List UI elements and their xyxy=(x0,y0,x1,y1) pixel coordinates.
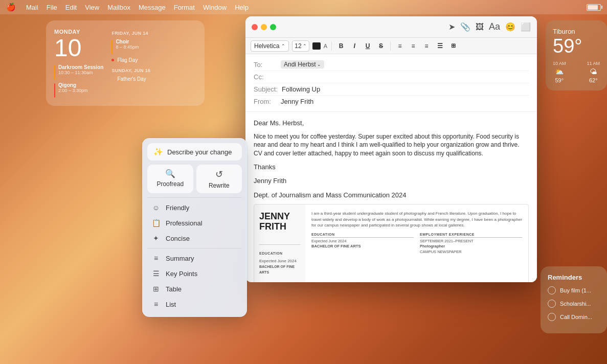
battery-icon xyxy=(587,4,601,11)
body-paragraph: Nice to meet you for coffee yesterday. S… xyxy=(254,132,529,158)
friendly-menu-item[interactable]: ☺ Friendly xyxy=(147,200,242,215)
describe-change-button[interactable]: ✨ Describe your change xyxy=(147,143,242,161)
mail-window: ➤ 📎 🖼 Aa 😊 ⬜ Helvetica ⌃ 12 ⌃ A B I U S … xyxy=(245,16,537,282)
align-right-icon[interactable]: ≡ xyxy=(421,41,432,51)
reminder-circle-icon xyxy=(548,286,556,294)
font-color-picker[interactable] xyxy=(312,42,321,50)
writing-tools-divider xyxy=(147,197,242,198)
proofread-icon: 🔍 xyxy=(165,169,175,178)
align-left-icon[interactable]: ≡ xyxy=(395,41,405,51)
emoji-icon[interactable]: 😊 xyxy=(505,22,515,32)
mail-toolbar: ➤ 📎 🖼 Aa 😊 ⬜ xyxy=(245,16,537,38)
menubar-file[interactable]: File xyxy=(47,4,57,11)
highlight-icon[interactable]: A xyxy=(324,43,327,49)
list-menu-item[interactable]: ≡ List xyxy=(147,297,242,312)
menubar-format[interactable]: Format xyxy=(174,4,195,11)
font-size-value: 12 xyxy=(295,42,301,50)
menubar-mailbox[interactable]: Mailbox xyxy=(107,4,130,11)
local-event-2-time: 2:00 – 3:30pm xyxy=(58,88,88,93)
send-icon[interactable]: ➤ xyxy=(448,22,455,32)
key-points-icon: ☰ xyxy=(151,269,161,278)
menubar-message[interactable]: Message xyxy=(139,4,166,11)
resume-attachment: JENNYFRITH EDUCATION Expected June 2024 … xyxy=(254,204,529,282)
insert-icon[interactable]: ⬜ xyxy=(521,22,531,32)
key-points-menu-item[interactable]: ☰ Key Points xyxy=(147,266,242,281)
reminders-widget: Reminders Buy film (1... Scholarshi... C… xyxy=(541,266,607,333)
summary-label: Summary xyxy=(166,255,194,262)
key-points-label: Key Points xyxy=(166,270,197,278)
friendly-icon: ☺ xyxy=(151,203,161,212)
bold-button[interactable]: B xyxy=(336,41,346,51)
photo-icon[interactable]: 🖼 xyxy=(476,22,484,32)
menubar-mail[interactable]: Mail xyxy=(26,4,38,11)
menubar-help[interactable]: Help xyxy=(235,4,249,11)
indent-icon[interactable]: ⊞ xyxy=(448,41,458,51)
concise-menu-item[interactable]: ✦ Concise xyxy=(147,231,242,246)
fullscreen-button[interactable] xyxy=(270,24,276,30)
to-recipient-chip[interactable]: Andi Herbst ⌄ xyxy=(281,60,324,69)
concise-label: Concise xyxy=(166,235,190,242)
mail-header: To: Andi Herbst ⌄ Cc: Subject: Following… xyxy=(245,54,537,112)
concise-icon: ✦ xyxy=(151,234,161,242)
strikethrough-button[interactable]: S xyxy=(376,41,386,51)
font-size-selector[interactable]: 12 ⌃ xyxy=(292,40,309,52)
menubar-window[interactable]: Window xyxy=(203,4,227,11)
table-label: Table xyxy=(166,285,182,293)
weather-hour-1-label: 10 AM xyxy=(553,61,566,66)
cal-date-sun: SUNDAY, JUN 16 xyxy=(111,68,196,73)
list-icon[interactable]: ☰ xyxy=(435,41,445,51)
describe-change-label: Describe your change xyxy=(167,148,232,156)
professional-menu-item[interactable]: 📋 Professional xyxy=(147,215,242,231)
apple-menu[interactable]: 🍎 xyxy=(6,3,16,12)
menubar-view[interactable]: View xyxy=(85,4,99,11)
body-signature-title: Dept. of Journalism and Mass Communicati… xyxy=(254,190,529,200)
writing-tools-popup: ✨ Describe your change 🔍 Proofread ↺ Rew… xyxy=(142,138,247,317)
weather-hour-2-label: 11 AM xyxy=(587,61,600,66)
sparkle-icon: ✨ xyxy=(153,147,163,156)
weather-city: Tiburon xyxy=(553,28,600,35)
body-signature-name: Jenny Frith xyxy=(254,176,529,186)
list-label: List xyxy=(166,301,176,308)
cal-event-choir-time: 8 – 8:45pm xyxy=(116,44,139,50)
close-button[interactable] xyxy=(252,24,258,30)
friendly-label: Friendly xyxy=(166,204,189,212)
mail-body[interactable]: Dear Ms. Herbst, Nice to meet you for co… xyxy=(245,112,537,282)
cal-event-fathersday: Father's Day xyxy=(117,76,146,82)
to-recipient-name: Andi Herbst xyxy=(284,61,316,68)
subject-field[interactable]: Subject: Following Up xyxy=(254,83,529,96)
summary-menu-item[interactable]: ≡ Summary xyxy=(147,251,242,266)
font-size-icon[interactable]: Aa xyxy=(489,21,500,32)
local-event-1-name: Darkroom Session xyxy=(58,64,103,70)
font-size-chevron-icon: ⌃ xyxy=(303,43,307,49)
format-bar: Helvetica ⌃ 12 ⌃ A B I U S ≡ ≡ ≡ ☰ ⊞ xyxy=(245,38,537,54)
from-label: From: xyxy=(254,98,277,105)
cal-event-choir: Choir xyxy=(116,39,139,44)
calendar-day-number: 10 xyxy=(54,36,103,60)
rewrite-label: Rewrite xyxy=(209,182,230,189)
align-center-icon[interactable]: ≡ xyxy=(408,41,418,51)
font-selector[interactable]: Helvetica ⌃ xyxy=(251,40,289,52)
to-label: To: xyxy=(254,61,277,69)
cc-field[interactable]: Cc: xyxy=(254,71,529,83)
body-greeting: Dear Ms. Herbst, xyxy=(254,118,529,128)
rewrite-icon: ↺ xyxy=(215,169,223,180)
reminder-item-1: Buy film (1... xyxy=(548,286,600,294)
local-event-1-time: 10:30 – 11:30am xyxy=(58,70,103,75)
from-field[interactable]: From: Jenny Frith xyxy=(254,96,529,107)
traffic-lights[interactable] xyxy=(252,24,276,30)
minimize-button[interactable] xyxy=(261,24,267,30)
table-menu-item[interactable]: ⊞ Table xyxy=(147,281,242,297)
attachment-icon[interactable]: 📎 xyxy=(460,22,470,32)
writing-tools-action-row: 🔍 Proofread ↺ Rewrite xyxy=(147,165,242,193)
to-field[interactable]: To: Andi Herbst ⌄ xyxy=(254,58,529,71)
weather-widget: Tiburon 59° 10 AM ⛅ 59° 11 AM 🌤 62° xyxy=(546,20,607,90)
italic-button[interactable]: I xyxy=(349,41,359,51)
rewrite-button[interactable]: ↺ Rewrite xyxy=(196,165,242,193)
to-chevron-icon: ⌄ xyxy=(317,62,321,67)
writing-tools-divider-2 xyxy=(147,248,242,248)
menubar-edit[interactable]: Edit xyxy=(65,4,77,11)
proofread-button[interactable]: 🔍 Proofread xyxy=(147,165,193,193)
body-thanks: Thanks xyxy=(254,162,529,172)
weather-hour-1-temp: 59° xyxy=(555,77,564,83)
underline-button[interactable]: U xyxy=(363,41,373,51)
